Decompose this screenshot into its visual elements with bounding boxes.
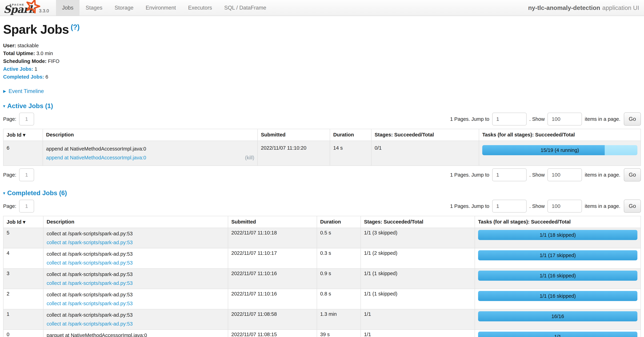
page-number-input[interactable] [19, 200, 34, 213]
job-detail-link[interactable]: collect at /spark-scripts/spark-ad.py:53 [46, 280, 133, 287]
table-row: 6 append at NativeMethodAccessorImpl.jav… [3, 141, 641, 166]
tasks-cell: 1/1 (16 skipped) [475, 269, 641, 289]
job-detail-link[interactable]: append at NativeMethodAccessorImpl.java:… [46, 154, 146, 161]
table-row: 4 collect at /spark-scripts/spark-ad.py:… [3, 248, 641, 269]
stages-cell: 1/1 (1 skipped) [361, 289, 475, 309]
items-per-page-input[interactable] [548, 168, 582, 181]
col-tasks: Tasks (for all stages): Succeeded/Total [479, 129, 641, 141]
help-link[interactable]: (?) [70, 23, 80, 31]
tab-sql-dataframe[interactable]: SQL / DataFrame [218, 0, 272, 16]
col-submitted: Submitted [228, 216, 317, 228]
active-pagination-bottom: Page: 1 Pages. Jump to . Show items in a… [3, 168, 641, 181]
job-id-cell: 0 [3, 330, 43, 337]
go-button[interactable]: Go [624, 200, 641, 213]
show-text: . Show [530, 203, 545, 209]
col-description: Description [43, 216, 228, 228]
page-label: Page: [3, 203, 16, 209]
jump-to-page-input[interactable] [492, 200, 526, 213]
active-jobs-header[interactable]: ▾Active Jobs (1) [3, 102, 641, 110]
kill-link[interactable]: (kill) [245, 154, 254, 161]
duration-cell: 1.3 min [317, 309, 361, 330]
summary-scheduling-mode: Scheduling Mode: FIFO [3, 57, 641, 65]
duration-cell: 0.5 s [317, 228, 361, 248]
task-progress-bar: 1/1 (18 skipped) [478, 230, 638, 240]
spark-logo: APACHE Spark 3.3.0 [0, 0, 52, 16]
progress-label: 1/1 (18 skipped) [478, 230, 638, 240]
description-cell: collect at /spark-scripts/spark-ad.py:53… [43, 269, 228, 289]
completed-table-header-row: Job Id ▾ Description Submitted Duration … [3, 216, 641, 228]
tab-jobs[interactable]: Jobs [56, 0, 80, 16]
jump-to-page-input[interactable] [492, 113, 526, 125]
active-jobs-table: Job Id ▾ Description Submitted Duration … [3, 129, 641, 166]
tab-stages[interactable]: Stages [80, 0, 108, 16]
event-timeline-toggle[interactable]: ▶Event Timeline [3, 88, 641, 94]
completed-jobs-table: Job Id ▾ Description Submitted Duration … [3, 216, 641, 337]
table-row: 2 collect at /spark-scripts/spark-ad.py:… [3, 289, 641, 309]
duration-cell: 14 s [330, 141, 371, 166]
submitted-cell: 2022/11/07 11:10:16 [228, 269, 317, 289]
summary-uptime: Total Uptime: 3.0 min [3, 49, 641, 57]
jump-to-page-input[interactable] [492, 168, 526, 181]
tab-environment[interactable]: Environment [140, 0, 182, 16]
submitted-cell: 2022/11/07 11:10:20 [258, 141, 330, 166]
application-name: ny-tlc-anomaly-detection [528, 4, 600, 11]
job-detail-link[interactable]: collect at /spark-scripts/spark-ad.py:53 [46, 259, 133, 267]
job-id-cell: 1 [3, 309, 43, 330]
table-row: 0 parquet at NativeMethodAccessorImpl.ja… [3, 330, 641, 337]
tab-storage[interactable]: Storage [108, 0, 140, 16]
description-cell: parquet at NativeMethodAccessorImpl.java… [43, 330, 228, 337]
duration-cell: 39 s [317, 330, 361, 337]
active-jobs-link[interactable]: Active Jobs: [3, 66, 33, 72]
table-row: 3 collect at /spark-scripts/spark-ad.py:… [3, 269, 641, 289]
col-duration: Duration [330, 129, 371, 141]
items-text: items in a page. [585, 116, 620, 122]
task-progress-bar: 1/1 (17 skipped) [478, 250, 638, 260]
progress-label: 15/19 (4 running) [482, 145, 638, 155]
col-stages: Stages: Succeeded/Total [361, 216, 475, 228]
table-row: 1 collect at /spark-scripts/spark-ad.py:… [3, 309, 641, 330]
summary-completed-jobs: Completed Jobs: 6 [3, 73, 641, 81]
items-per-page-input[interactable] [548, 113, 582, 125]
go-button[interactable]: Go [624, 112, 641, 126]
job-detail-link[interactable]: collect at /spark-scripts/spark-ad.py:53 [46, 320, 133, 328]
duration-cell: 0.3 s [317, 248, 361, 269]
page-number-input[interactable] [19, 113, 34, 125]
col-job-id[interactable]: Job Id ▾ [3, 216, 43, 228]
page-title: Spark Jobs(?) [3, 22, 641, 36]
summary-active-jobs: Active Jobs: 1 [3, 65, 641, 73]
col-job-id[interactable]: Job Id ▾ [3, 129, 43, 141]
items-per-page-input[interactable] [548, 200, 582, 213]
job-id-cell: 6 [3, 141, 43, 166]
description-cell: collect at /spark-scripts/spark-ad.py:53… [43, 289, 228, 309]
completed-jobs-header[interactable]: ▾Completed Jobs (6) [3, 189, 641, 197]
submitted-cell: 2022/11/07 11:10:17 [228, 248, 317, 269]
stages-cell: 0/1 [371, 141, 479, 166]
page-number-input[interactable] [19, 168, 34, 181]
description-cell: collect at /spark-scripts/spark-ad.py:53… [43, 248, 228, 269]
col-duration: Duration [317, 216, 361, 228]
stages-cell: 1/1 (3 skipped) [361, 228, 475, 248]
tasks-cell: 15/19 (4 running) [479, 141, 641, 166]
go-button[interactable]: Go [624, 168, 641, 181]
duration-cell: 0.9 s [317, 269, 361, 289]
submitted-cell: 2022/11/07 11:10:18 [228, 228, 317, 248]
items-text: items in a page. [585, 172, 620, 178]
task-progress-bar: 1/1 (16 skipped) [478, 291, 638, 301]
collapse-down-icon: ▾ [3, 191, 5, 195]
pages-text: 1 Pages. Jump to [450, 116, 490, 122]
job-detail-link[interactable]: collect at /spark-scripts/spark-ad.py:53 [46, 239, 133, 246]
active-pagination-top: Page: 1 Pages. Jump to . Show items in a… [3, 112, 641, 126]
application-suffix: application UI [602, 4, 639, 11]
job-id-cell: 5 [3, 228, 43, 248]
progress-label: 1/1 [478, 332, 638, 337]
job-summary: User: stackable Total Uptime: 3.0 min Sc… [3, 42, 641, 81]
tab-executors[interactable]: Executors [182, 0, 218, 16]
job-detail-link[interactable]: collect at /spark-scripts/spark-ad.py:53 [46, 300, 133, 307]
stages-cell: 1/1 [361, 309, 475, 330]
submitted-cell: 2022/11/07 11:10:16 [228, 289, 317, 309]
description-cell: collect at /spark-scripts/spark-ad.py:53… [43, 228, 228, 248]
pages-text: 1 Pages. Jump to [450, 172, 490, 178]
tasks-cell: 1/1 (17 skipped) [475, 248, 641, 269]
completed-jobs-link[interactable]: Completed Jobs: [3, 74, 44, 80]
duration-cell: 0.8 s [317, 289, 361, 309]
